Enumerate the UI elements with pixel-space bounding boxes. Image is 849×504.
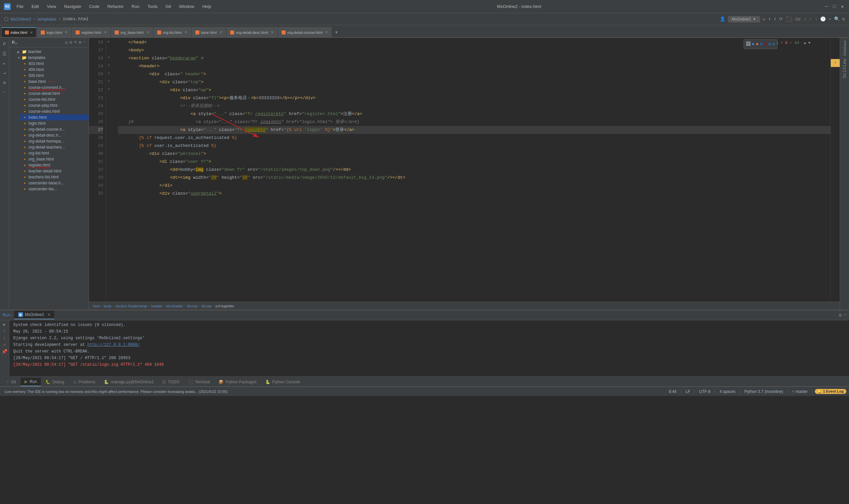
bottom-minimize-icon[interactable]: − (844, 312, 846, 318)
intellij-icon[interactable]: 🖼 (746, 40, 751, 48)
tab-overflow-button[interactable]: ▼ (332, 28, 340, 37)
path-section[interactable]: section.headerwrap (115, 304, 147, 308)
menu-help[interactable]: Help (199, 3, 215, 10)
tree-file-org-base[interactable]: 🔸 org_base.html (20, 156, 89, 162)
git-up-icon[interactable]: ↑ (815, 17, 817, 22)
tree-file-index[interactable]: 🔸 index.html (20, 114, 89, 120)
edge-icon[interactable]: ● (772, 40, 775, 48)
tree-item-teacher[interactable]: ▶ 📁 teacher (15, 49, 89, 55)
status-encoding[interactable]: UTF-8 (697, 389, 712, 394)
settings-icon[interactable]: ⚙ (842, 16, 845, 22)
tab-close-org-detail-course[interactable]: ✕ (325, 30, 328, 35)
status-git-branch[interactable]: ⑂ master (790, 389, 810, 394)
tree-file-course-video[interactable]: 🔸 course-video.html (20, 108, 89, 114)
unfold-all-icon[interactable]: ▼ (808, 39, 811, 47)
panel-collapse-all-icon[interactable]: ⊟ (70, 40, 72, 45)
breadcrumb-root[interactable]: MxOnline2 (11, 17, 31, 21)
tab-close-register[interactable]: ✕ (104, 30, 107, 35)
status-line-ending[interactable]: LF (684, 389, 692, 394)
run-up-icon[interactable]: ↑ (3, 329, 6, 334)
opera-icon[interactable]: ● (764, 40, 767, 48)
stop-icon[interactable]: ⬛ (785, 16, 792, 22)
tree-file-register[interactable]: 🔸 register.html (20, 162, 89, 168)
fold-19[interactable]: ▼ (106, 62, 111, 70)
bottom-tab-git[interactable]: ⑂ Git (3, 378, 20, 386)
tab-org-detail-desc[interactable]: org-detail-desc.html ✕ (227, 27, 277, 37)
tree-file-org-detail-course[interactable]: 🔸 org-detail-course.h... (20, 126, 89, 132)
settings2-icon[interactable]: ⚙ (2, 78, 7, 87)
breadcrumb-templates[interactable]: templates (37, 17, 56, 21)
undo-icon[interactable]: ↶ (828, 16, 831, 22)
tree-file-base[interactable]: 🔸 base.html ~~~~ (20, 78, 89, 85)
tree-file-teacher-detail[interactable]: 🔸 teacher-detail.html (20, 168, 89, 174)
tab-register-html[interactable]: register.html ✕ (72, 27, 110, 37)
bottom-tab-debug[interactable]: 🐛 Debug (41, 378, 68, 386)
bottom-tab-terminal[interactable]: ⬛ Terminal (184, 378, 214, 386)
fold-18[interactable]: ▼ (106, 54, 111, 62)
menu-file[interactable]: File (13, 3, 27, 10)
menu-git[interactable]: Git (162, 3, 175, 10)
tab-close-org-base[interactable]: ✕ (146, 30, 149, 35)
tree-file-org-list[interactable]: 🔸 org-list.html (20, 150, 89, 156)
panel-settings3-icon[interactable]: ⚙ (78, 40, 81, 45)
tree-file-course-list[interactable]: 🔸 course-list.html (20, 96, 89, 103)
tab-base-html[interactable]: base.html ✕ (192, 27, 226, 37)
tree-file-org-detail-teachers[interactable]: 🔸 org-detail-teachers... (20, 144, 89, 150)
tree-file-course-play[interactable]: 🔸 course-play.html (20, 103, 89, 108)
bottom-tab-python-packages[interactable]: 📦 Python Packages (215, 378, 260, 386)
menu-edit[interactable]: Edit (28, 3, 42, 10)
path-div-header[interactable]: div.header (166, 304, 183, 308)
tree-file-404[interactable]: 🔸 404.html (20, 67, 89, 73)
git-clock-icon[interactable]: 🕐 (820, 16, 826, 22)
code-content[interactable]: ▶ ▼ ▼ ▼ ▼ ▼ (106, 38, 830, 302)
panel-locate-icon[interactable]: ◎ (65, 40, 68, 45)
fold-22[interactable]: ▼ (106, 86, 111, 93)
chrome-icon[interactable]: ● (752, 40, 755, 48)
git-check-icon[interactable]: ✓ (804, 16, 807, 22)
tree-file-course-comment[interactable]: 🔸 course-comment.h... (20, 85, 89, 91)
status-indent[interactable]: 4 spaces (717, 389, 737, 394)
fold-21[interactable]: ▼ (106, 77, 111, 86)
tab-org-base-html[interactable]: org_base.html ✕ (111, 27, 153, 37)
tree-file-course-detail[interactable]: 🔸 course-detail.html ~ (20, 91, 89, 96)
path-header[interactable]: header (151, 304, 163, 308)
tab-close-index[interactable]: ✕ (30, 31, 33, 35)
tree-file-org-detail-desc[interactable]: 🔸 org-detail-desc.h... (20, 132, 89, 138)
close-button[interactable]: ✕ (840, 4, 845, 9)
minimize-button[interactable]: ─ (824, 4, 829, 9)
git-check2-icon[interactable]: ✓ (809, 16, 812, 22)
tab-close-login[interactable]: ✕ (65, 30, 68, 35)
path-body[interactable]: body (104, 304, 111, 308)
tree-file-usercenter-base[interactable]: 🔸 usercenter-base.h... (20, 180, 89, 186)
structure-icon[interactable]: ☰ (1, 50, 8, 58)
tree-file-usercenter-fav[interactable]: 🔸 usercenter-fav... (20, 186, 89, 192)
tab-index-html[interactable]: index.html ✕ (1, 27, 36, 37)
refresh-icon[interactable]: ↻ (763, 16, 765, 22)
tab-close-org-list[interactable]: ✕ (184, 30, 187, 35)
safari-icon[interactable]: ● (760, 40, 762, 48)
tab-login-html[interactable]: login.html ✕ (37, 27, 71, 37)
run-down-icon[interactable]: ↓ (3, 335, 6, 341)
run-tab-close[interactable]: ✕ (48, 313, 50, 317)
bottom-tab-manage-py[interactable]: 🐍 manage.py@MxOnline2 (100, 378, 158, 386)
db-label[interactable]: Database (843, 40, 847, 56)
tree-file-500[interactable]: 🔸 500.html (20, 73, 89, 78)
status-memory-warning[interactable]: Low memory: The IDE is running low on me… (3, 390, 230, 394)
tree-file-teachers-list[interactable]: 🔸 teachers-list.html (20, 174, 89, 180)
bottom-tab-todo[interactable]: ☑ TODO (158, 378, 183, 386)
tab-close-org-detail-desc[interactable]: ✕ (271, 30, 274, 35)
menu-tools[interactable]: Tools (144, 3, 161, 10)
menu-refactor[interactable]: Refactor (104, 3, 127, 10)
menu-code[interactable]: Code (86, 3, 103, 10)
bottom-tab-python-console[interactable]: 🐍 Python Console (261, 378, 304, 386)
tree-item-templates[interactable]: ▼ 📂 templates (15, 55, 89, 61)
toolbar-icon-1[interactable]: ⬡ (4, 16, 8, 22)
vcs-selector[interactable]: MxOnline2 ▼ (728, 16, 760, 22)
tree-file-login[interactable]: 🔸 login.html (20, 120, 89, 126)
collapse-icon[interactable]: ⇤ (2, 59, 7, 68)
firefox-icon[interactable]: ● (756, 40, 758, 48)
bottom-tab-run[interactable]: ▶ Run (21, 378, 41, 386)
event-log-badge[interactable]: 🔔 1 Event Log (815, 389, 846, 394)
bottom-settings-icon[interactable]: ⚙ (839, 312, 842, 318)
menu-run[interactable]: Run (128, 3, 143, 10)
